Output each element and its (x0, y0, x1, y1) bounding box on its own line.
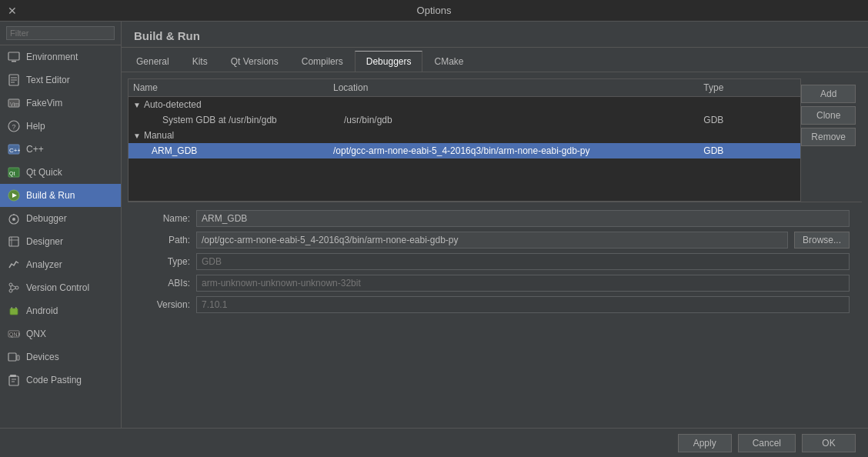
sidebar-item-label: Designer (26, 236, 63, 247)
table-row[interactable]: System GDB at /usr/bin/gdb /usr/bin/gdb … (129, 112, 800, 128)
sidebar-item-version-control[interactable]: Version Control (0, 276, 121, 299)
name-input[interactable] (196, 210, 850, 227)
bottom-bar: Apply Cancel OK (0, 428, 868, 457)
path-label: Path: (140, 235, 190, 245)
svg-text:QNX: QNX (9, 332, 20, 338)
build-run-icon (8, 189, 20, 202)
sidebar-item-debugger[interactable]: Debugger (0, 207, 121, 230)
svg-rect-28 (10, 309, 18, 315)
type-label: Type: (140, 256, 190, 267)
ok-button[interactable]: OK (802, 434, 856, 452)
title-bar: ✕ Options (0, 0, 868, 22)
sidebar-item-label: Devices (26, 352, 59, 362)
sidebar-item-label: QNX (26, 329, 46, 339)
cpp-icon: C++ (8, 143, 20, 155)
analyzer-icon (8, 259, 20, 271)
col-type: Type (703, 82, 796, 93)
sidebar-item-text-editor[interactable]: Text Editor (0, 68, 121, 92)
close-icon[interactable]: ✕ (8, 5, 17, 17)
svg-text:?: ? (12, 123, 16, 131)
sidebar-item-help[interactable]: ? Help (0, 115, 121, 138)
sidebar-item-qt-quick[interactable]: Qt Qt Quick (0, 161, 121, 184)
fakevim-icon: Vim (8, 97, 20, 109)
help-icon: ? (8, 120, 20, 132)
tab-cmake[interactable]: CMake (422, 51, 475, 72)
add-button[interactable]: Add (801, 85, 856, 103)
svg-text:Vim: Vim (10, 102, 19, 107)
table-row[interactable]: ▼Manual (129, 128, 800, 143)
code-pasting-icon (8, 374, 20, 386)
qt-quick-icon: Qt (8, 166, 20, 178)
form-section: Name: Path: Browse... Type: ABIs: Versio… (128, 202, 862, 325)
browse-button[interactable]: Browse... (794, 232, 850, 249)
svg-text:Qt: Qt (9, 171, 15, 177)
sidebar-item-devices[interactable]: Devices (0, 345, 121, 369)
svg-rect-0 (8, 52, 19, 60)
sidebar-item-label: Android (26, 305, 58, 316)
sidebar-item-analyzer[interactable]: Analyzer (0, 253, 121, 276)
svg-point-22 (9, 283, 12, 286)
sidebar-item-label: Help (26, 121, 45, 132)
sidebar-filter-input[interactable] (6, 26, 115, 40)
path-input[interactable] (196, 232, 788, 249)
android-icon (8, 305, 20, 317)
qnx-icon: QNX (8, 328, 20, 340)
name-label: Name: (140, 213, 190, 224)
debugger-icon (8, 212, 20, 225)
sidebar-item-label: C++ (26, 144, 44, 155)
sidebar-item-qnx[interactable]: QNX QNX (0, 322, 121, 345)
table-header-row: Name Location Type (129, 79, 800, 97)
svg-rect-36 (17, 355, 19, 360)
svg-line-26 (12, 285, 16, 287)
cancel-button[interactable]: Cancel (738, 434, 796, 452)
sidebar-item-label: Code Pasting (26, 375, 82, 385)
svg-rect-1 (12, 61, 16, 62)
table-row-arm-gdb[interactable]: ARM_GDB /opt/gcc-arm-none-eabi-5_4-2016q… (129, 143, 800, 158)
dialog-title: Options (417, 5, 452, 16)
sidebar-item-label: Environment (26, 52, 78, 62)
svg-point-23 (9, 289, 12, 292)
tabs-bar: General Kits Qt Versions Compilers Debug… (122, 48, 868, 72)
sidebar-item-label: Analyzer (26, 259, 62, 270)
col-location: Location (333, 82, 703, 93)
tab-qt-versions[interactable]: Qt Versions (219, 51, 290, 72)
tab-compilers[interactable]: Compilers (290, 51, 355, 72)
sidebar-item-label: Qt Quick (26, 167, 62, 178)
table-actions: Add Clone Remove (801, 78, 862, 202)
version-label: Version: (140, 299, 190, 310)
svg-text:C++: C++ (9, 147, 20, 154)
devices-icon (8, 351, 20, 363)
sidebar-item-code-pasting[interactable]: Code Pasting (0, 369, 121, 392)
tab-debuggers[interactable]: Debuggers (355, 51, 423, 72)
tab-kits[interactable]: Kits (181, 51, 219, 72)
content-area: Build & Run General Kits Qt Versions Com… (122, 22, 868, 428)
sidebar-item-fakevim[interactable]: Vim FakeVim (0, 92, 121, 115)
remove-button[interactable]: Remove (801, 128, 856, 146)
sidebar-item-designer[interactable]: Designer (0, 230, 121, 253)
abis-label: ABIs: (140, 278, 190, 289)
sidebar-item-android[interactable]: Android (0, 299, 121, 322)
svg-point-24 (15, 286, 18, 289)
svg-rect-19 (9, 237, 18, 246)
apply-button[interactable]: Apply (678, 434, 732, 452)
sidebar-item-build-run[interactable]: Build & Run (0, 184, 121, 207)
svg-point-18 (12, 218, 15, 221)
svg-rect-38 (9, 376, 18, 385)
tab-general[interactable]: General (125, 51, 181, 72)
sidebar: Environment Text Editor Vim FakeVim ? He… (0, 22, 122, 428)
version-input (196, 296, 850, 313)
sidebar-item-label: FakeVim (26, 98, 62, 108)
designer-icon (8, 235, 20, 248)
sidebar-item-label: Build & Run (26, 190, 75, 201)
svg-rect-35 (8, 353, 16, 361)
section-title: Build & Run (122, 22, 868, 48)
text-editor-icon (8, 74, 20, 86)
debuggers-table: Name Location Type ▼Auto-detected System… (128, 78, 801, 202)
sidebar-item-label: Version Control (26, 282, 89, 293)
table-row[interactable]: ▼Auto-detected (129, 97, 800, 112)
sidebar-item-cpp[interactable]: C++ C++ (0, 138, 121, 161)
svg-line-27 (12, 289, 16, 290)
sidebar-item-environment[interactable]: Environment (0, 45, 121, 68)
clone-button[interactable]: Clone (801, 106, 856, 125)
col-name: Name (133, 82, 333, 93)
